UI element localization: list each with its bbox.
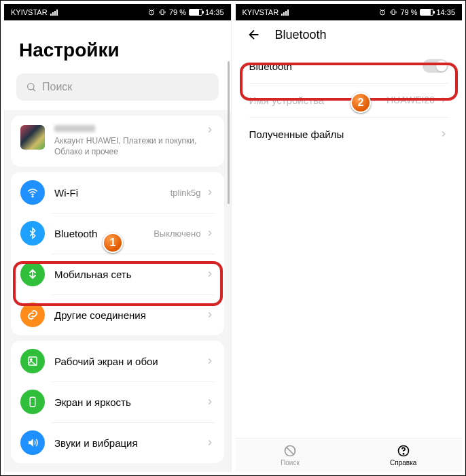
- chevron-right-icon: [205, 397, 215, 407]
- other-label: Другие соединения: [54, 309, 205, 321]
- annotation-badge-1: 1: [103, 233, 123, 253]
- phone-left: KYIVSTAR 79 % 14:35 Настройки Поиск: [4, 4, 232, 472]
- row-bluetooth-toggle[interactable]: Bluetooth: [236, 49, 463, 83]
- chevron-right-icon: [205, 125, 215, 135]
- mobile-network-icon: [20, 262, 45, 286]
- back-button[interactable]: [247, 27, 262, 42]
- link-icon: [20, 303, 45, 327]
- alarm-icon: [147, 8, 156, 16]
- search-input[interactable]: Поиск: [16, 73, 219, 101]
- bluetooth-value: Выключено: [154, 228, 200, 239]
- help-icon: [397, 444, 410, 458]
- search-icon: [26, 82, 37, 92]
- chevron-right-icon: [205, 188, 215, 197]
- battery-pct: 79 %: [169, 8, 186, 16]
- chevron-right-icon: [205, 269, 215, 279]
- phone-right: KYIVSTAR 79 % 14:35 Bluetooth Bluetooth: [236, 4, 463, 472]
- device-name-value: HUAWEI20: [387, 95, 435, 105]
- chevron-right-icon: [205, 438, 215, 447]
- svg-rect-4: [29, 357, 37, 365]
- row-wifi[interactable]: Wi-Fi tplink5g: [11, 172, 224, 213]
- annotation-badge-2: 2: [351, 92, 371, 113]
- nav-search[interactable]: Поиск: [281, 444, 300, 466]
- bluetooth-icon: [20, 221, 45, 245]
- row-received-files[interactable]: Полученные файлы: [236, 117, 463, 151]
- signal-icon: [50, 9, 58, 16]
- status-bar: KYIVSTAR 79 % 14:35: [236, 4, 463, 20]
- account-name-blurred: [54, 125, 95, 132]
- nav-help-label: Справка: [390, 459, 416, 466]
- svg-rect-1: [161, 10, 164, 15]
- wifi-value: tplink5g: [171, 188, 201, 198]
- chevron-right-icon: [205, 310, 215, 320]
- settings-screen: Настройки Поиск Аккаунт HUAWEI, Платежи …: [4, 20, 231, 472]
- brightness-icon: [20, 390, 45, 414]
- row-device-name[interactable]: Имя устройства HUAWEI20: [236, 83, 463, 117]
- screen-title: Bluetooth: [275, 28, 327, 42]
- avatar: [20, 125, 45, 150]
- carrier-label: KYIVSTAR: [11, 8, 48, 16]
- status-bar: KYIVSTAR 79 % 14:35: [4, 4, 231, 20]
- clock: 14:35: [436, 8, 455, 16]
- svg-point-11: [403, 454, 404, 454]
- nav-search-label: Поиск: [281, 459, 300, 466]
- row-sound[interactable]: Звуки и вибрация: [11, 422, 224, 463]
- row-mobile[interactable]: Мобильная сеть: [11, 254, 224, 294]
- scrollbar[interactable]: [228, 61, 230, 204]
- display-label: Экран и яркость: [54, 396, 205, 408]
- row-home-screen[interactable]: Рабочий экран и обои: [11, 341, 224, 381]
- vibrate-icon: [389, 8, 397, 16]
- row-account[interactable]: Аккаунт HUAWEI, Платежи и покупки, Облак…: [11, 116, 224, 167]
- battery-icon: [420, 9, 433, 16]
- svg-point-5: [31, 359, 32, 360]
- vibrate-icon: [158, 8, 166, 16]
- row-display[interactable]: Экран и яркость: [11, 381, 224, 422]
- page-title: Настройки: [4, 20, 231, 73]
- carrier-label: KYIVSTAR: [243, 8, 279, 16]
- received-files-label: Полученные файлы: [249, 129, 440, 140]
- sound-icon: [20, 430, 45, 455]
- svg-point-3: [32, 196, 33, 197]
- clock: 14:35: [205, 8, 224, 16]
- bluetooth-toggle[interactable]: [423, 59, 448, 73]
- account-subtitle: Аккаунт HUAWEI, Платежи и покупки, Облак…: [54, 136, 205, 157]
- row-other-connections[interactable]: Другие соединения: [11, 294, 224, 335]
- bluetooth-toggle-label: Bluetooth: [249, 61, 423, 72]
- home-label: Рабочий экран и обои: [54, 356, 205, 367]
- bluetooth-screen: Bluetooth Bluetooth Имя устройства HUAWE…: [236, 20, 463, 472]
- chevron-right-icon: [205, 356, 215, 366]
- chevron-right-icon: [439, 129, 448, 139]
- svg-point-2: [28, 84, 34, 90]
- chevron-right-icon: [439, 95, 448, 105]
- mobile-label: Мобильная сеть: [54, 269, 205, 280]
- block-icon: [283, 444, 297, 458]
- search-placeholder: Поиск: [42, 81, 72, 93]
- wifi-icon: [20, 180, 45, 205]
- wifi-label: Wi-Fi: [54, 187, 171, 199]
- battery-icon: [189, 9, 202, 16]
- battery-pct: 79 %: [400, 8, 417, 16]
- chevron-right-icon: [205, 228, 215, 238]
- nav-help[interactable]: Справка: [390, 444, 416, 466]
- sound-label: Звуки и вибрация: [54, 437, 205, 449]
- bottom-nav: Поиск Справка: [236, 438, 463, 472]
- alarm-icon: [378, 8, 387, 16]
- svg-rect-6: [30, 397, 35, 407]
- wallpaper-icon: [20, 349, 45, 373]
- signal-icon: [281, 9, 289, 16]
- svg-rect-8: [392, 10, 395, 15]
